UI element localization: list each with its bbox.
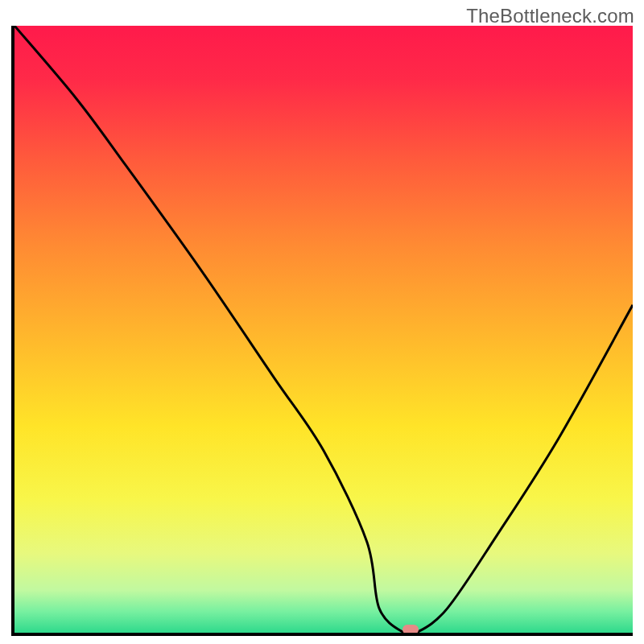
watermark-text: TheBottleneck.com bbox=[466, 5, 634, 27]
chart-container: { "watermark": "TheBottleneck.com", "cha… bbox=[0, 0, 644, 644]
minimum-marker bbox=[402, 625, 419, 634]
bottleneck-curve bbox=[14, 26, 633, 633]
plot-area bbox=[11, 26, 633, 636]
